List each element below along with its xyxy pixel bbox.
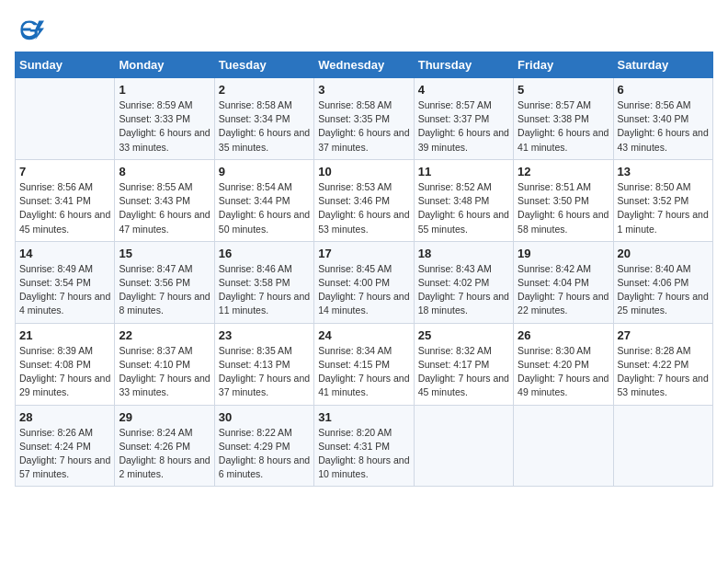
calendar-cell: 1Sunrise: 8:59 AMSunset: 3:33 PMDaylight… (115, 78, 214, 160)
calendar-cell: 23Sunrise: 8:35 AMSunset: 4:13 PMDayligh… (214, 323, 313, 405)
cell-info: Sunrise: 8:37 AMSunset: 4:10 PMDaylight:… (119, 344, 210, 400)
cell-info: Sunrise: 8:34 AMSunset: 4:15 PMDaylight:… (318, 344, 409, 400)
day-number: 7 (19, 165, 110, 178)
page-header (15, 15, 713, 44)
calendar-cell: 13Sunrise: 8:50 AMSunset: 3:52 PMDayligh… (613, 159, 712, 241)
calendar-cell: 19Sunrise: 8:42 AMSunset: 4:04 PMDayligh… (514, 241, 613, 323)
day-number: 24 (318, 328, 409, 342)
cell-info: Sunrise: 8:56 AMSunset: 3:41 PMDaylight:… (19, 180, 110, 236)
day-number: 13 (618, 165, 709, 178)
calendar-cell (514, 405, 613, 487)
day-number: 12 (518, 165, 609, 178)
cell-info: Sunrise: 8:51 AMSunset: 3:50 PMDaylight:… (518, 180, 609, 236)
calendar-cell: 15Sunrise: 8:47 AMSunset: 3:56 PMDayligh… (115, 241, 214, 323)
cell-info: Sunrise: 8:49 AMSunset: 3:54 PMDaylight:… (19, 262, 110, 318)
cell-info: Sunrise: 8:43 AMSunset: 4:02 PMDaylight:… (418, 262, 509, 318)
cell-info: Sunrise: 8:54 AMSunset: 3:44 PMDaylight:… (219, 180, 310, 236)
logo-icon (15, 15, 44, 44)
calendar-cell: 12Sunrise: 8:51 AMSunset: 3:50 PMDayligh… (514, 159, 613, 241)
cell-info: Sunrise: 8:24 AMSunset: 4:26 PMDaylight:… (119, 426, 210, 482)
calendar-cell: 2Sunrise: 8:58 AMSunset: 3:34 PMDaylight… (214, 78, 313, 160)
cell-info: Sunrise: 8:52 AMSunset: 3:48 PMDaylight:… (418, 180, 509, 236)
calendar-cell: 30Sunrise: 8:22 AMSunset: 4:29 PMDayligh… (214, 405, 313, 487)
cell-info: Sunrise: 8:32 AMSunset: 4:17 PMDaylight:… (418, 344, 509, 400)
calendar-cell: 17Sunrise: 8:45 AMSunset: 4:00 PMDayligh… (314, 241, 414, 323)
weekday-header-row: SundayMondayTuesdayWednesdayThursdayFrid… (16, 52, 713, 78)
day-number: 8 (119, 165, 210, 178)
cell-info: Sunrise: 8:26 AMSunset: 4:24 PMDaylight:… (19, 426, 110, 482)
cell-info: Sunrise: 8:45 AMSunset: 4:00 PMDaylight:… (318, 262, 409, 318)
calendar-cell: 28Sunrise: 8:26 AMSunset: 4:24 PMDayligh… (16, 405, 115, 487)
cell-info: Sunrise: 8:28 AMSunset: 4:22 PMDaylight:… (618, 344, 709, 400)
day-number: 6 (618, 83, 709, 97)
cell-info: Sunrise: 8:22 AMSunset: 4:29 PMDaylight:… (219, 426, 310, 482)
cell-info: Sunrise: 8:58 AMSunset: 3:34 PMDaylight:… (219, 98, 310, 155)
weekday-header-monday: Monday (115, 52, 214, 78)
cell-info: Sunrise: 8:53 AMSunset: 3:46 PMDaylight:… (318, 180, 409, 236)
weekday-header-sunday: Sunday (16, 52, 115, 78)
calendar-cell: 22Sunrise: 8:37 AMSunset: 4:10 PMDayligh… (115, 323, 214, 405)
day-number: 17 (318, 247, 409, 260)
calendar-cell: 26Sunrise: 8:30 AMSunset: 4:20 PMDayligh… (514, 323, 613, 405)
calendar-week-row: 7Sunrise: 8:56 AMSunset: 3:41 PMDaylight… (16, 159, 713, 241)
cell-info: Sunrise: 8:35 AMSunset: 4:13 PMDaylight:… (219, 344, 310, 400)
day-number: 19 (518, 247, 609, 260)
day-number: 10 (318, 165, 409, 178)
calendar-cell: 11Sunrise: 8:52 AMSunset: 3:48 PMDayligh… (414, 159, 513, 241)
calendar-cell: 7Sunrise: 8:56 AMSunset: 3:41 PMDaylight… (16, 159, 115, 241)
calendar-cell: 16Sunrise: 8:46 AMSunset: 3:58 PMDayligh… (214, 241, 313, 323)
day-number: 5 (518, 83, 609, 97)
cell-info: Sunrise: 8:58 AMSunset: 3:35 PMDaylight:… (318, 98, 409, 155)
calendar-cell: 9Sunrise: 8:54 AMSunset: 3:44 PMDaylight… (214, 159, 313, 241)
calendar-cell: 20Sunrise: 8:40 AMSunset: 4:06 PMDayligh… (613, 241, 712, 323)
weekday-header-tuesday: Tuesday (214, 52, 313, 78)
calendar-cell: 25Sunrise: 8:32 AMSunset: 4:17 PMDayligh… (414, 323, 513, 405)
calendar-cell: 3Sunrise: 8:58 AMSunset: 3:35 PMDaylight… (314, 78, 414, 160)
weekday-header-friday: Friday (514, 52, 613, 78)
day-number: 26 (518, 328, 609, 342)
calendar-cell: 31Sunrise: 8:20 AMSunset: 4:31 PMDayligh… (314, 405, 414, 487)
calendar-week-row: 21Sunrise: 8:39 AMSunset: 4:08 PMDayligh… (16, 323, 713, 405)
day-number: 16 (219, 247, 310, 260)
day-number: 15 (119, 247, 210, 260)
cell-info: Sunrise: 8:39 AMSunset: 4:08 PMDaylight:… (19, 344, 110, 400)
cell-info: Sunrise: 8:56 AMSunset: 3:40 PMDaylight:… (618, 98, 709, 155)
calendar-cell: 18Sunrise: 8:43 AMSunset: 4:02 PMDayligh… (414, 241, 513, 323)
calendar-cell: 10Sunrise: 8:53 AMSunset: 3:46 PMDayligh… (314, 159, 414, 241)
calendar-cell: 27Sunrise: 8:28 AMSunset: 4:22 PMDayligh… (613, 323, 712, 405)
cell-info: Sunrise: 8:46 AMSunset: 3:58 PMDaylight:… (219, 262, 310, 318)
calendar-week-row: 28Sunrise: 8:26 AMSunset: 4:24 PMDayligh… (16, 405, 713, 487)
day-number: 3 (318, 83, 409, 97)
day-number: 9 (219, 165, 310, 178)
calendar-cell: 4Sunrise: 8:57 AMSunset: 3:37 PMDaylight… (414, 78, 513, 160)
day-number: 25 (418, 328, 509, 342)
cell-info: Sunrise: 8:30 AMSunset: 4:20 PMDaylight:… (518, 344, 609, 400)
cell-info: Sunrise: 8:20 AMSunset: 4:31 PMDaylight:… (318, 426, 409, 482)
day-number: 28 (19, 410, 110, 424)
weekday-header-saturday: Saturday (613, 52, 712, 78)
cell-info: Sunrise: 8:42 AMSunset: 4:04 PMDaylight:… (518, 262, 609, 318)
cell-info: Sunrise: 8:59 AMSunset: 3:33 PMDaylight:… (119, 98, 210, 155)
weekday-header-wednesday: Wednesday (314, 52, 414, 78)
calendar-cell (414, 405, 513, 487)
calendar-cell: 24Sunrise: 8:34 AMSunset: 4:15 PMDayligh… (314, 323, 414, 405)
cell-info: Sunrise: 8:55 AMSunset: 3:43 PMDaylight:… (119, 180, 210, 236)
day-number: 18 (418, 247, 509, 260)
cell-info: Sunrise: 8:57 AMSunset: 3:37 PMDaylight:… (418, 98, 509, 155)
calendar-cell (16, 78, 115, 160)
day-number: 31 (318, 410, 409, 424)
calendar-cell: 14Sunrise: 8:49 AMSunset: 3:54 PMDayligh… (16, 241, 115, 323)
day-number: 23 (219, 328, 310, 342)
day-number: 22 (119, 328, 210, 342)
calendar-cell: 29Sunrise: 8:24 AMSunset: 4:26 PMDayligh… (115, 405, 214, 487)
cell-info: Sunrise: 8:57 AMSunset: 3:38 PMDaylight:… (518, 98, 609, 155)
logo (15, 15, 48, 44)
calendar-cell (613, 405, 712, 487)
calendar-cell: 5Sunrise: 8:57 AMSunset: 3:38 PMDaylight… (514, 78, 613, 160)
day-number: 14 (19, 247, 110, 260)
calendar-cell: 6Sunrise: 8:56 AMSunset: 3:40 PMDaylight… (613, 78, 712, 160)
calendar-week-row: 14Sunrise: 8:49 AMSunset: 3:54 PMDayligh… (16, 241, 713, 323)
calendar-cell: 21Sunrise: 8:39 AMSunset: 4:08 PMDayligh… (16, 323, 115, 405)
cell-info: Sunrise: 8:47 AMSunset: 3:56 PMDaylight:… (119, 262, 210, 318)
calendar-week-row: 1Sunrise: 8:59 AMSunset: 3:33 PMDaylight… (16, 78, 713, 160)
